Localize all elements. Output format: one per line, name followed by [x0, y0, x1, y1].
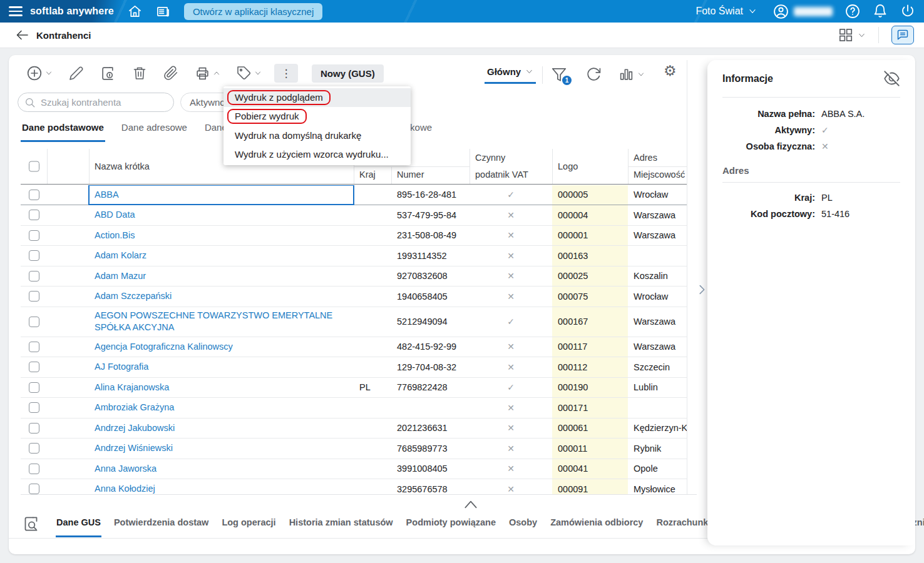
attachments-button[interactable] [160, 64, 182, 82]
menu-item-wydruk-z-użyciem-wzorca-wydruku[interactable]: Wydruk z użyciem wzorca wydruku... [223, 145, 411, 163]
contractor-link[interactable]: Adam Mazur [95, 270, 146, 282]
document-search-icon[interactable] [23, 515, 39, 532]
logo-value: 000001 [552, 230, 588, 240]
detail-tab-log-operacji[interactable]: Log operacji [221, 510, 276, 537]
row-checkbox[interactable] [29, 250, 39, 261]
menu-item-pobierz-wydruk[interactable]: Pobierz wydruk [223, 107, 411, 126]
notifications-bell-icon[interactable] [873, 4, 888, 19]
more-actions-button[interactable]: ⋮ [274, 64, 298, 83]
detail-tab-dane-gus[interactable]: Dane GUS [56, 510, 101, 537]
contractor-link[interactable]: ABBA [95, 189, 119, 201]
contractor-link[interactable]: Anna Jaworska [95, 463, 157, 475]
header-vat[interactable]: Czynny podatnik VAT [470, 149, 552, 184]
contractor-link[interactable]: Alina Krajanowska [95, 382, 169, 393]
country-cell [354, 418, 391, 439]
collapse-bottom-panel-button[interactable] [463, 499, 479, 509]
logo-value: 000171 [552, 403, 588, 413]
contractor-name-cell: Adam Kolarz [89, 246, 354, 266]
detail-tab-potwierdzenia-dostaw[interactable]: Potwierdzenia dostaw [113, 510, 209, 537]
chevron-down-icon [525, 68, 533, 76]
delete-button[interactable] [128, 64, 151, 82]
analysis-button[interactable] [619, 66, 645, 82]
contractor-link[interactable]: AEGON POWSZECHNE TOWARZYSTWO EMERYTALNE … [95, 310, 354, 333]
company-switcher[interactable]: Foto Świat [696, 6, 757, 17]
contractor-link[interactable]: Adam Szczepański [95, 290, 172, 302]
row-checkbox[interactable] [29, 423, 39, 434]
contractor-link[interactable]: Action.Bis [95, 230, 135, 241]
row-checkbox[interactable] [29, 210, 39, 220]
vat-status-cell: ✓ [470, 307, 552, 337]
detail-tab-zamówienia-odbiorcy[interactable]: Zamówienia odbiorcy [550, 510, 644, 537]
detail-tab-osoby[interactable]: Osoby [508, 510, 538, 537]
chevron-up-icon [463, 499, 479, 509]
vat-status-cell: ✓ [470, 185, 552, 205]
search-input[interactable] [41, 97, 157, 108]
contractor-link[interactable]: Andrzej Wiśniewski [95, 442, 173, 454]
contractor-link[interactable]: Adam Kolarz [95, 250, 146, 261]
contractor-link[interactable]: Agencja Fotograficzna Kalinowscy [95, 341, 233, 353]
filter-button[interactable]: 1 [551, 66, 567, 83]
chat-feedback-button[interactable] [891, 26, 914, 44]
contractor-link[interactable]: Andrzej Jakubowski [95, 422, 175, 434]
edit-button[interactable] [65, 64, 88, 82]
chevron-down-icon [637, 71, 645, 78]
row-checkbox[interactable] [29, 271, 39, 282]
contractor-link[interactable]: Ambroziak Grażyna [95, 402, 174, 413]
contractor-link[interactable]: ABD Data [95, 209, 135, 221]
city-value: Rybnik [628, 444, 661, 454]
home-icon[interactable] [128, 4, 142, 19]
row-checkbox[interactable] [29, 190, 39, 200]
detail-tab-historia-zmian-statusów[interactable]: Historia zmian statusów [289, 510, 394, 537]
hamburger-menu-icon[interactable] [9, 6, 23, 16]
layout-switcher[interactable] [838, 27, 866, 43]
contractor-name-cell: AJ Fotografia [89, 357, 354, 377]
row-checkbox[interactable] [29, 443, 39, 454]
country-cell [354, 439, 391, 459]
row-checkbox[interactable] [29, 342, 39, 352]
view-selector[interactable]: Główny [485, 66, 536, 84]
details-button[interactable] [96, 64, 120, 83]
detail-tab-rozrachunki[interactable]: Rozrachunki [655, 510, 711, 537]
vat-status-cell: ✕ [470, 205, 552, 225]
info-fields: Nazwa pełna:ABBA S.A.Aktywny:✓Osoba fizy… [722, 109, 900, 151]
refresh-button[interactable] [586, 66, 602, 82]
row-checkbox[interactable] [29, 362, 39, 372]
row-checkbox[interactable] [29, 291, 39, 302]
nip-number-value: 5212949094 [391, 317, 448, 327]
row-checkbox[interactable] [29, 382, 39, 393]
hide-panel-eye-off-icon[interactable] [883, 70, 900, 87]
menu-item-wydruk-na-domyślną-drukarkę[interactable]: Wydruk na domyślną drukarkę [223, 126, 411, 145]
tab-dane-podstawowe[interactable]: Dane podstawowe [21, 119, 105, 142]
search-icon [24, 97, 36, 108]
new-gus-button[interactable]: Nowy (GUS) [312, 64, 384, 83]
row-checkbox[interactable] [29, 464, 39, 474]
row-spacer-cell [47, 479, 89, 494]
select-all-checkbox[interactable] [29, 161, 39, 172]
row-checkbox[interactable] [29, 484, 39, 494]
nip-number-value: 537-479-95-84 [391, 210, 456, 220]
row-checkbox[interactable] [29, 402, 39, 413]
back-arrow-icon[interactable] [15, 28, 30, 43]
contractor-link[interactable]: AJ Fotografia [95, 361, 148, 373]
tab-dane-adresowe[interactable]: Dane adresowe [120, 119, 188, 142]
detail-tab-podmioty-powiązane[interactable]: Podmioty powiązane [406, 510, 496, 537]
tags-button[interactable] [233, 64, 265, 82]
menu-item-wydruk-z-podglądem[interactable]: Wydruk z podglądem [223, 88, 411, 107]
row-checkbox[interactable] [29, 230, 39, 241]
row-checkbox[interactable] [29, 317, 39, 327]
open-classic-app-button[interactable]: Otwórz w aplikacji klasycznej [184, 3, 322, 20]
power-logout-icon[interactable] [900, 4, 915, 19]
city-cell: Kędzierzyn-Koźle [628, 418, 687, 439]
news-icon[interactable] [156, 4, 170, 19]
header-logo[interactable]: Logo [552, 149, 628, 184]
contractor-link[interactable]: Anna Kołodziej [95, 483, 155, 494]
settings-button[interactable]: ⚙ [664, 64, 677, 78]
expand-panel-chevron-icon[interactable] [695, 283, 709, 297]
help-icon[interactable] [845, 4, 860, 19]
print-button[interactable] [191, 64, 224, 83]
user-avatar-icon[interactable] [773, 4, 789, 19]
add-contractor-button[interactable] [23, 64, 56, 83]
chevron-down-icon [858, 31, 866, 39]
city-value: Warszawa [628, 230, 675, 240]
logo-value: 000167 [552, 317, 588, 327]
